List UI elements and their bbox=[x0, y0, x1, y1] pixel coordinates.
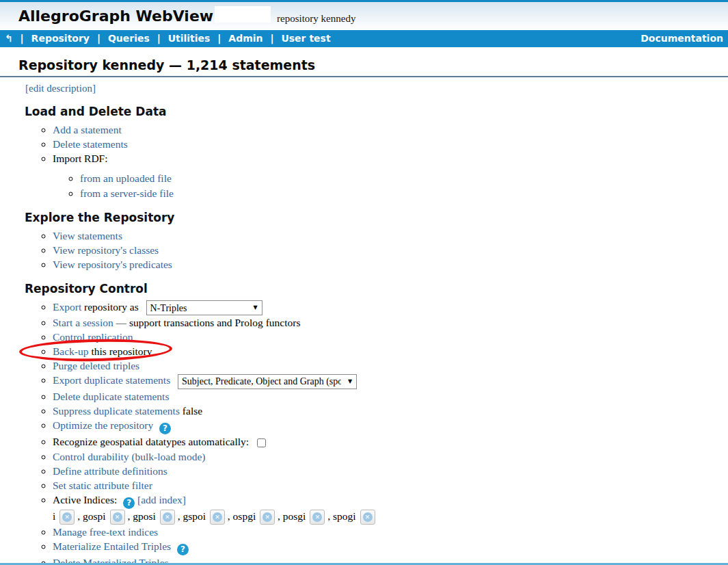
view-statements-link[interactable]: View statements bbox=[53, 230, 122, 241]
remove-index-button[interactable]: ✕ bbox=[310, 510, 325, 525]
repository-context-label: repository kennedy bbox=[277, 13, 355, 25]
nav-item-repository[interactable]: Repository bbox=[31, 33, 90, 44]
index-label: gspoi bbox=[183, 510, 206, 522]
geospatial-checkbox[interactable] bbox=[257, 438, 266, 447]
optimize-row: Optimize the repository ? bbox=[53, 419, 728, 434]
index-label: posgi bbox=[283, 510, 306, 522]
list-item: View statements bbox=[53, 229, 728, 243]
navbar-left: ↰ | Repository | Queries | Utilities | A… bbox=[5, 30, 335, 47]
nav-item-utilities[interactable]: Utilities bbox=[168, 33, 211, 44]
export-duplicates-row: Export duplicate statements Subject, Pre… bbox=[53, 373, 728, 389]
list-item: Import RDF: from an uploaded file from a… bbox=[53, 152, 728, 200]
page-title: Repository kennedy — 1,214 statements bbox=[18, 57, 728, 73]
index-label: gposi bbox=[133, 510, 156, 522]
remove-icon: ✕ bbox=[363, 512, 373, 522]
list-item: Purge deleted triples bbox=[53, 359, 728, 373]
remove-icon: ✕ bbox=[312, 512, 322, 522]
suppress-duplicates-row: Suppress duplicate statements false bbox=[53, 404, 728, 418]
manage-freetext-indices-link[interactable]: Manage free-text indices bbox=[53, 526, 158, 538]
list-item: Delete duplicate statements bbox=[53, 390, 728, 404]
delete-statements-link[interactable]: Delete statements bbox=[53, 138, 128, 150]
app-header: AllegroGraph WebView repository kennedy bbox=[0, 0, 728, 30]
list-item: View repository's classes bbox=[53, 244, 728, 257]
remove-index-button[interactable]: ✕ bbox=[59, 510, 75, 525]
materialize-row: Materialize Entailed Triples ? bbox=[53, 540, 728, 555]
duplicates-format-select[interactable]: Subject, Predicate, Object and Graph (sp… bbox=[178, 374, 357, 389]
remove-index-button[interactable]: ✕ bbox=[210, 510, 225, 525]
app-title: AllegroGraph WebView bbox=[18, 8, 213, 25]
remove-icon: ✕ bbox=[213, 512, 222, 522]
backup-link[interactable]: Back-up bbox=[53, 345, 89, 357]
section-heading-load-delete: Load and Delete Data bbox=[25, 105, 728, 118]
list-item: from an uploaded file bbox=[80, 172, 728, 185]
start-session-row: Start a session — support transactions a… bbox=[53, 316, 728, 330]
nav-item-queries[interactable]: Queries bbox=[108, 33, 150, 44]
import-rdf-sublist: from an uploaded file from a server-side… bbox=[53, 172, 728, 200]
repository-control-list: Export repository as N-Triples ▼ Start a… bbox=[0, 300, 728, 565]
list-item: Define attribute definitions bbox=[53, 464, 728, 478]
help-icon[interactable]: ? bbox=[159, 423, 171, 434]
back-arrow-icon[interactable]: ↰ bbox=[5, 33, 13, 44]
remove-index-button[interactable]: ✕ bbox=[360, 510, 375, 525]
export-duplicates-link[interactable]: Export duplicate statements bbox=[53, 374, 170, 386]
nav-separator: | bbox=[157, 33, 161, 44]
import-rdf-label: Import RDF: bbox=[53, 153, 108, 164]
remove-icon: ✕ bbox=[163, 512, 172, 522]
index-separator: , bbox=[75, 510, 83, 522]
import-server-file-link[interactable]: from a server-side file bbox=[80, 187, 174, 199]
view-classes-link[interactable]: View repository's classes bbox=[53, 244, 159, 256]
nav-separator: | bbox=[270, 33, 273, 44]
start-session-link[interactable]: Start a session bbox=[53, 317, 113, 328]
remove-index-button[interactable]: ✕ bbox=[110, 510, 125, 525]
delete-duplicates-link[interactable]: Delete duplicate statements bbox=[53, 391, 169, 402]
nav-item-documentation[interactable]: Documentation bbox=[641, 30, 723, 47]
remove-icon: ✕ bbox=[113, 512, 122, 522]
remove-index-button[interactable]: ✕ bbox=[160, 510, 175, 525]
nav-item-admin[interactable]: Admin bbox=[228, 33, 262, 44]
add-statement-link[interactable]: Add a statement bbox=[53, 124, 122, 135]
index-separator: , bbox=[175, 510, 183, 522]
blank-patch bbox=[215, 6, 271, 23]
edit-description-link[interactable]: [edit description] bbox=[25, 83, 96, 94]
control-replication-link[interactable]: Control replication bbox=[53, 331, 133, 343]
suppress-duplicates-value: false bbox=[183, 405, 202, 417]
optimize-repository-link[interactable]: Optimize the repository bbox=[53, 419, 153, 431]
control-durability-link[interactable]: Control durability (bulk-load mode) bbox=[53, 451, 205, 462]
backup-row: Back-up this repository bbox=[53, 345, 728, 358]
index-separator: , bbox=[125, 510, 133, 522]
list-item: Add a statement bbox=[53, 123, 728, 137]
remove-index-button[interactable]: ✕ bbox=[260, 510, 275, 525]
index-label: i bbox=[53, 510, 55, 522]
list-item: Manage free-text indices bbox=[53, 525, 728, 539]
list-item: Set static attribute filter bbox=[53, 479, 728, 492]
export-repository-label: repository as bbox=[84, 301, 139, 313]
export-repository-link[interactable]: Export bbox=[53, 301, 81, 313]
define-attributes-link[interactable]: Define attribute definitions bbox=[53, 465, 167, 477]
backup-label: this repository bbox=[91, 345, 152, 357]
section-heading-explore: Explore the Repository bbox=[25, 211, 728, 224]
suppress-duplicates-link[interactable]: Suppress duplicate statements bbox=[53, 405, 180, 417]
index-label: spogi bbox=[333, 510, 356, 522]
start-session-description: — support transactions and Prolog functo… bbox=[116, 317, 301, 328]
help-icon[interactable]: ? bbox=[123, 497, 135, 509]
active-indices-list: i✕ , gospi✕ , gposi✕ , gspoi✕ , ospgi✕ ,… bbox=[53, 510, 728, 525]
main-navbar: ↰ | Repository | Queries | Utilities | A… bbox=[0, 30, 728, 47]
export-format-select[interactable]: N-Triples bbox=[146, 300, 262, 315]
list-item: from a server-side file bbox=[80, 187, 728, 200]
active-indices-label: Active Indices: bbox=[53, 494, 117, 505]
materialize-entailed-link[interactable]: Materialize Entailed Triples bbox=[53, 540, 171, 552]
export-format-select-wrap: N-Triples ▼ bbox=[146, 300, 262, 315]
section-heading-control: Repository Control bbox=[25, 282, 728, 295]
nav-separator: | bbox=[21, 33, 24, 44]
help-icon[interactable]: ? bbox=[177, 544, 189, 555]
duplicates-format-select-wrap: Subject, Predicate, Object and Graph (sp… bbox=[178, 374, 357, 389]
add-index-link[interactable]: [add index] bbox=[137, 494, 186, 505]
import-uploaded-file-link[interactable]: from an uploaded file bbox=[80, 172, 172, 184]
nav-item-user-test[interactable]: User test bbox=[281, 33, 330, 44]
static-attribute-filter-link[interactable]: Set static attribute filter bbox=[53, 479, 152, 491]
index-separator: , bbox=[225, 510, 233, 522]
purge-deleted-triples-link[interactable]: Purge deleted triples bbox=[53, 360, 139, 371]
list-item: Control replication bbox=[53, 330, 728, 344]
view-predicates-link[interactable]: View repository's predicates bbox=[53, 259, 172, 270]
index-label: gospi bbox=[83, 510, 106, 522]
